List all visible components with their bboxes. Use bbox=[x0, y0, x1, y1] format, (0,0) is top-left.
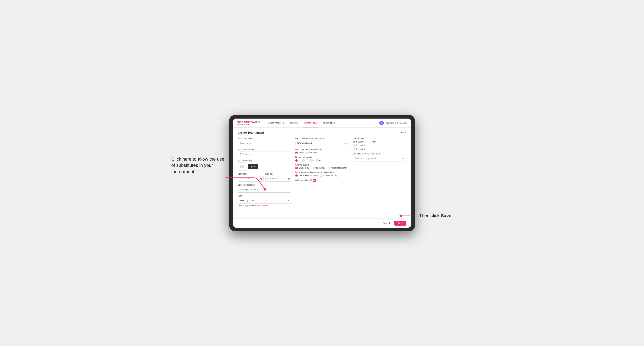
svg-marker-0 bbox=[264, 188, 266, 191]
form-section-middle: Which division is the event for? NCAA Di… bbox=[295, 138, 349, 207]
format-label: Format type bbox=[353, 138, 406, 140]
teams-individuals-label: Individuals Only bbox=[323, 174, 338, 177]
tournament-host-label: Tournament Host bbox=[238, 138, 291, 140]
rounds-3-label: 3 bbox=[312, 159, 314, 162]
gender-mens-label: Mens bbox=[298, 152, 304, 154]
format-6count5-label: 6 count 5 bbox=[356, 148, 365, 150]
form-section-left: Tournament Host Tournament name Tourname… bbox=[238, 138, 291, 207]
end-date-label: End date bbox=[265, 173, 291, 175]
nav-rankings[interactable]: RANKINGS bbox=[323, 119, 336, 128]
substitutes-label: Allow substitutes? bbox=[295, 179, 312, 181]
teams-radio-group: Teams (+Individuals) Individuals Only bbox=[295, 174, 349, 177]
format-5count4-label: 5 count 4 bbox=[356, 141, 365, 143]
scoring-service-select[interactable]: Select a scoring service bbox=[353, 156, 406, 162]
rounds-group: Number of rounds 1 2 bbox=[295, 156, 349, 162]
scoring-match-label: Match Play bbox=[315, 167, 325, 169]
scoring-stroke[interactable]: Stroke Play bbox=[295, 167, 309, 169]
scoring-group: Scoring system Stroke Play Match Play bbox=[295, 164, 349, 169]
logo-area: SCOREBOARD Powered by clippd bbox=[237, 121, 260, 125]
navbar: SCOREBOARD Powered by clippd TOURNAMENTS… bbox=[233, 119, 411, 128]
rounds-4[interactable]: 4 bbox=[316, 159, 321, 162]
substitutes-checkbox[interactable] bbox=[313, 179, 316, 182]
format-5count4[interactable]: 5 count 4 bbox=[353, 141, 365, 143]
rounds-2-radio-icon bbox=[302, 159, 305, 162]
substitutes-checkbox-item: Allow substitutes? bbox=[295, 179, 349, 182]
scoring-match[interactable]: Match Play bbox=[312, 167, 325, 169]
format-6count5[interactable]: 6 count 5 bbox=[353, 148, 406, 151]
gender-mens-radio-icon bbox=[295, 152, 298, 154]
rounds-4-radio-icon bbox=[316, 159, 318, 162]
email-support-link[interactable]: email support bbox=[257, 205, 268, 207]
teams-individuals[interactable]: Individuals Only bbox=[320, 174, 338, 177]
teams-label: Is this event for Teams and/or Individua… bbox=[295, 171, 349, 173]
rounds-1-radio-icon bbox=[295, 159, 298, 162]
tournament-host-input[interactable] bbox=[238, 141, 291, 146]
venue-group: Venue Search golf club Can't find your v… bbox=[238, 195, 291, 207]
nav-user: B blair admin | Sign out bbox=[379, 121, 407, 125]
rounds-1[interactable]: 1 bbox=[295, 159, 300, 162]
scoring-match-radio-icon bbox=[312, 167, 314, 169]
save-button[interactable]: Save bbox=[394, 221, 406, 226]
format-other-label: Other bbox=[372, 141, 377, 143]
scoring-medal-radio-icon bbox=[328, 167, 330, 169]
nav-separator: | bbox=[397, 122, 398, 124]
gender-mens[interactable]: Mens bbox=[295, 152, 304, 154]
gender-womens[interactable]: Womens bbox=[306, 152, 318, 154]
teams-both-label: Teams (+Individuals) bbox=[298, 174, 318, 177]
upload-button[interactable]: Upload bbox=[248, 164, 258, 169]
avatar: B bbox=[379, 121, 384, 125]
nav-committee[interactable]: COMMITTEE bbox=[303, 119, 318, 128]
teams-group: Is this event for Teams and/or Individua… bbox=[295, 171, 349, 177]
rounds-4-label: 4 bbox=[320, 159, 321, 162]
format-5count4-radio-icon bbox=[353, 141, 355, 143]
rounds-2-label: 2 bbox=[306, 159, 307, 162]
teams-both[interactable]: Teams (+Individuals) bbox=[295, 174, 318, 177]
logo-scoreboard: SCOREBOARD bbox=[237, 121, 260, 124]
nav-links: TOURNAMENTS TEAMS COMMITTEE RANKINGS bbox=[266, 119, 380, 128]
logo-powered: Powered by clippd bbox=[237, 124, 260, 125]
form-grid: Tournament Host Tournament name Tourname… bbox=[238, 138, 406, 207]
scoring-service-label: Use third-party live scoring API? bbox=[353, 153, 406, 155]
nav-teams[interactable]: TEAMS bbox=[290, 119, 298, 128]
nav-tournaments[interactable]: TOURNAMENTS bbox=[266, 119, 284, 128]
division-select[interactable]: NCAA Division I bbox=[295, 141, 349, 146]
format-other-radio-icon bbox=[369, 141, 371, 143]
arrow-left-icon bbox=[225, 176, 270, 192]
venue-label: Venue bbox=[238, 195, 291, 197]
logo-clippd: clippd bbox=[245, 124, 249, 125]
rounds-3[interactable]: 3 bbox=[309, 159, 314, 162]
tournament-name-input[interactable] bbox=[238, 152, 291, 157]
teams-individuals-radio-icon bbox=[320, 174, 322, 177]
scoring-service-group: Use third-party live scoring API? Select… bbox=[353, 153, 406, 162]
user-name: blair admin bbox=[386, 122, 396, 124]
page-header: Create Tournament Back bbox=[238, 131, 406, 134]
gender-womens-label: Womens bbox=[310, 152, 318, 154]
rounds-3-radio-icon bbox=[309, 159, 312, 162]
rounds-1-label: 1 bbox=[298, 159, 300, 162]
format-other[interactable]: Other bbox=[369, 141, 377, 143]
gender-womens-radio-icon bbox=[306, 152, 309, 154]
format-options: 5 count 4 Other 6 count 4 bbox=[353, 141, 406, 151]
annotation-left: Click here to allow the use of substitut… bbox=[172, 156, 225, 175]
annotation-right: Then click Save. bbox=[419, 213, 460, 219]
scoring-radio-group: Stroke Play Match Play Medal Match Play bbox=[295, 167, 349, 169]
rounds-label: Number of rounds bbox=[295, 156, 349, 158]
scoring-stroke-label: Stroke Play bbox=[298, 167, 309, 169]
teams-both-radio-icon bbox=[295, 174, 298, 177]
arrow-right-icon bbox=[398, 212, 414, 220]
svg-marker-1 bbox=[399, 214, 402, 217]
sign-out-link[interactable]: Sign out bbox=[400, 122, 407, 124]
tournament-logo-group: Tournament logo Upload bbox=[238, 159, 291, 171]
scoring-medal[interactable]: Medal Match Play bbox=[328, 167, 347, 169]
tournament-host-group: Tournament Host bbox=[238, 138, 291, 146]
tournament-name-label: Tournament name bbox=[238, 149, 291, 151]
scoring-stroke-radio-icon bbox=[295, 167, 298, 169]
back-link[interactable]: Back bbox=[400, 131, 406, 134]
format-6count4[interactable]: 6 count 4 bbox=[353, 144, 406, 147]
venue-select[interactable]: Search golf club bbox=[238, 198, 291, 203]
rounds-2[interactable]: 2 bbox=[302, 159, 307, 162]
calendar-icon-end: 📅 bbox=[288, 177, 290, 180]
cancel-button[interactable]: Cancel bbox=[380, 221, 392, 226]
format-group: Format type 5 count 4 Other bbox=[353, 138, 406, 151]
scoring-label: Scoring system bbox=[295, 164, 349, 166]
